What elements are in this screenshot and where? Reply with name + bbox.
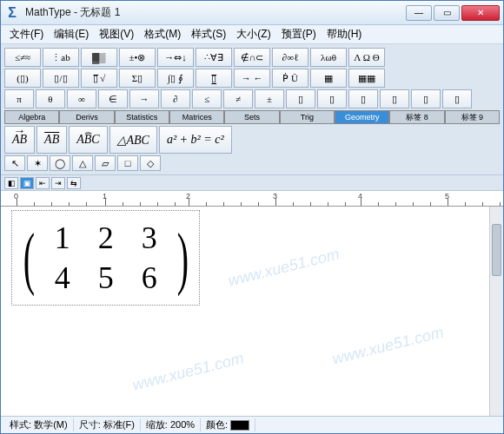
sym-slot-1[interactable]: ▯ [286, 89, 315, 108]
template-radicals[interactable]: ▯̅ √ [81, 69, 117, 88]
cell-1-1[interactable]: 5 [98, 260, 114, 296]
shape-row: ↖ ✶ ◯ △ ▱ □ ◇ [4, 155, 500, 171]
tab-9[interactable]: 标签 9 [445, 110, 500, 124]
matrix-cells: 1 2 3 4 5 6 [41, 218, 171, 298]
align-left-icon[interactable]: ◧ [4, 177, 18, 189]
editor-canvas[interactable]: ( 1 2 3 4 5 6 ) www.xue51.com www.xue51.… [1, 207, 503, 416]
palette-logical[interactable]: ∴∀∃ [196, 48, 232, 67]
sym-theta[interactable]: θ [36, 89, 65, 108]
tab-matrices[interactable]: Matrices [169, 110, 224, 124]
tab-statistics[interactable]: Statistics [115, 110, 169, 124]
sym-partial[interactable]: ∂ [161, 89, 190, 108]
scrollbar-thumb[interactable] [492, 224, 501, 276]
menu-style[interactable]: 样式(S) [186, 25, 231, 43]
shape-parallelogram-icon[interactable]: ▱ [95, 155, 116, 171]
vertical-scrollbar[interactable] [489, 207, 503, 416]
right-paren-icon: ) [176, 223, 188, 293]
shape-square-icon[interactable]: □ [117, 155, 138, 171]
template-arrows[interactable]: → ← [234, 69, 270, 88]
sym-pm[interactable]: ± [255, 89, 284, 108]
status-color[interactable]: 颜色: [201, 418, 255, 431]
ruler[interactable]: 012345 [1, 191, 503, 207]
formula-pythagorean[interactable]: a² + b² = c² [159, 126, 232, 154]
formula-ray-ab[interactable]: →AB [4, 126, 35, 154]
template-boxes[interactable]: ▦▦ [348, 69, 385, 88]
formula-row: →AB AB ⌢ABC △ABC a² + b² = c² [4, 126, 500, 154]
toolbar-row-2: (▯) ▯/▯ ▯̅ √ Σ▯ ∫▯ ∮ ▯̲̅ → ← Ṗ Ū ▦ ▦▦ [4, 69, 500, 88]
sym-infinity[interactable]: ∞ [67, 89, 96, 108]
tab-sets[interactable]: Sets [224, 110, 279, 124]
palette-set[interactable]: ∉∩⊂ [234, 48, 270, 67]
palette-greek-lower[interactable]: λωθ [310, 48, 347, 67]
category-tabbar: Algebra Derivs Statistics Matrices Sets … [4, 110, 500, 124]
app-icon: Σ [4, 5, 20, 21]
align-tab1-icon[interactable]: ⇤ [36, 177, 50, 189]
palette-misc[interactable]: ∂∞ℓ [272, 48, 308, 67]
shape-star-icon[interactable]: ✶ [27, 155, 48, 171]
tab-trig[interactable]: Trig [280, 110, 335, 124]
close-button[interactable]: ✕ [461, 5, 500, 21]
sym-slot-5[interactable]: ▯ [411, 89, 441, 108]
menu-view[interactable]: 视图(V) [94, 25, 139, 43]
align-tab3-icon[interactable]: ⇆ [67, 177, 81, 189]
sym-slot-4[interactable]: ▯ [380, 89, 409, 108]
sym-slot-2[interactable]: ▯ [317, 89, 347, 108]
palette-spaces[interactable]: ⋮ab [43, 48, 79, 67]
statusbar: 样式: 数学(M) 尺寸: 标准(F) 缩放: 200% 颜色: [1, 416, 503, 433]
equation-selection[interactable]: ( 1 2 3 4 5 6 ) [11, 210, 200, 306]
matrix-expression: ( 1 2 3 4 5 6 ) [17, 218, 194, 298]
cell-0-1[interactable]: 2 [98, 220, 114, 256]
template-fences[interactable]: (▯) [4, 69, 41, 88]
sym-ne[interactable]: ≠ [223, 89, 253, 108]
template-matrix[interactable]: ▦ [310, 69, 347, 88]
menu-preset[interactable]: 预置(P) [276, 25, 322, 43]
status-zoom[interactable]: 缩放: 200% [141, 418, 201, 431]
sym-slot-6[interactable]: ▯ [442, 89, 472, 108]
shape-circle-icon[interactable]: ◯ [50, 155, 70, 171]
palette-relations[interactable]: ≤≠≈ [4, 48, 41, 67]
sym-arrow[interactable]: → [129, 89, 159, 108]
shape-angle-icon[interactable]: ↖ [4, 155, 25, 171]
template-sums[interactable]: Σ▯ [119, 69, 156, 88]
minimize-button[interactable]: — [406, 5, 432, 21]
align-center-icon[interactable]: ▣ [20, 177, 34, 189]
cell-0-2[interactable]: 3 [142, 220, 157, 256]
align-tab2-icon[interactable]: ⇥ [51, 177, 65, 189]
template-accents[interactable]: Ṗ Ū [272, 69, 308, 88]
color-swatch-icon[interactable] [230, 420, 249, 431]
maximize-button[interactable]: ▭ [434, 5, 460, 21]
formula-triangle-abc[interactable]: △ABC [109, 126, 157, 154]
template-integrals[interactable]: ∫▯ ∮ [157, 69, 194, 88]
formula-segment-ab[interactable]: AB [36, 126, 67, 154]
tab-geometry[interactable]: Geometry [335, 110, 389, 124]
template-fractions[interactable]: ▯/▯ [43, 69, 79, 88]
tab-derivs[interactable]: Derivs [59, 110, 114, 124]
cell-0-0[interactable]: 1 [55, 220, 70, 256]
palette-operators[interactable]: ±•⊗ [119, 48, 156, 67]
shape-triangle-icon[interactable]: △ [72, 155, 93, 171]
cell-1-0[interactable]: 4 [55, 260, 70, 296]
palette-arrows[interactable]: →⇔↓ [157, 48, 194, 67]
tab-algebra[interactable]: Algebra [4, 110, 59, 124]
tab-8[interactable]: 标签 8 [389, 110, 444, 124]
sym-element[interactable]: ∈ [98, 89, 128, 108]
status-size[interactable]: 尺寸: 标准(F) [74, 418, 141, 431]
palette-greek-upper[interactable]: Λ Ω Θ [348, 48, 385, 67]
status-style[interactable]: 样式: 数学(M) [4, 418, 74, 431]
menu-edit[interactable]: 编辑(E) [49, 25, 94, 43]
menu-size[interactable]: 大小(Z) [231, 25, 275, 43]
shape-diamond-icon[interactable]: ◇ [140, 155, 161, 171]
sym-le[interactable]: ≤ [192, 89, 222, 108]
template-bars[interactable]: ▯̲̅ [196, 69, 232, 88]
mini-toolbar: ◧ ▣ ⇤ ⇥ ⇆ [1, 175, 503, 191]
window-title: MathType - 无标题 1 [25, 5, 406, 20]
sym-slot-3[interactable]: ▯ [348, 89, 378, 108]
menu-format[interactable]: 格式(M) [139, 25, 186, 43]
formula-arc-abc[interactable]: ⌢ABC [69, 126, 107, 154]
watermark: www.xue51.com [226, 245, 341, 290]
cell-1-2[interactable]: 6 [142, 260, 157, 296]
sym-pi[interactable]: π [4, 89, 34, 108]
menu-file[interactable]: 文件(F) [4, 25, 49, 43]
menu-help[interactable]: 帮助(H) [322, 25, 368, 43]
palette-embellish[interactable]: ▓▒ [81, 48, 117, 67]
